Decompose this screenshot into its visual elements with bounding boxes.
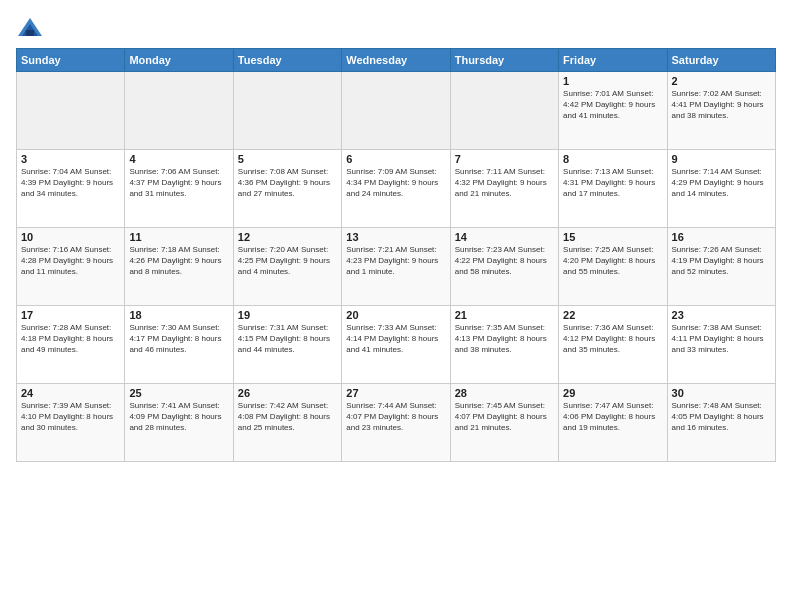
day-info: Sunrise: 7:06 AM Sunset: 4:37 PM Dayligh… bbox=[129, 167, 228, 199]
day-info: Sunrise: 7:18 AM Sunset: 4:26 PM Dayligh… bbox=[129, 245, 228, 277]
day-number: 22 bbox=[563, 309, 662, 321]
day-info: Sunrise: 7:28 AM Sunset: 4:18 PM Dayligh… bbox=[21, 323, 120, 355]
day-cell: 8Sunrise: 7:13 AM Sunset: 4:31 PM Daylig… bbox=[559, 150, 667, 228]
day-info: Sunrise: 7:48 AM Sunset: 4:05 PM Dayligh… bbox=[672, 401, 771, 433]
col-sunday: Sunday bbox=[17, 49, 125, 72]
week-row-5: 24Sunrise: 7:39 AM Sunset: 4:10 PM Dayli… bbox=[17, 384, 776, 462]
day-info: Sunrise: 7:30 AM Sunset: 4:17 PM Dayligh… bbox=[129, 323, 228, 355]
day-cell bbox=[233, 72, 341, 150]
day-number: 6 bbox=[346, 153, 445, 165]
calendar-body: 1Sunrise: 7:01 AM Sunset: 4:42 PM Daylig… bbox=[17, 72, 776, 462]
day-cell: 19Sunrise: 7:31 AM Sunset: 4:15 PM Dayli… bbox=[233, 306, 341, 384]
day-number: 1 bbox=[563, 75, 662, 87]
day-info: Sunrise: 7:39 AM Sunset: 4:10 PM Dayligh… bbox=[21, 401, 120, 433]
day-info: Sunrise: 7:23 AM Sunset: 4:22 PM Dayligh… bbox=[455, 245, 554, 277]
page: Sunday Monday Tuesday Wednesday Thursday… bbox=[0, 0, 792, 612]
day-info: Sunrise: 7:08 AM Sunset: 4:36 PM Dayligh… bbox=[238, 167, 337, 199]
header bbox=[16, 12, 776, 44]
day-info: Sunrise: 7:20 AM Sunset: 4:25 PM Dayligh… bbox=[238, 245, 337, 277]
day-number: 30 bbox=[672, 387, 771, 399]
day-number: 14 bbox=[455, 231, 554, 243]
day-number: 18 bbox=[129, 309, 228, 321]
day-cell: 16Sunrise: 7:26 AM Sunset: 4:19 PM Dayli… bbox=[667, 228, 775, 306]
day-number: 4 bbox=[129, 153, 228, 165]
week-row-1: 1Sunrise: 7:01 AM Sunset: 4:42 PM Daylig… bbox=[17, 72, 776, 150]
col-wednesday: Wednesday bbox=[342, 49, 450, 72]
day-cell: 9Sunrise: 7:14 AM Sunset: 4:29 PM Daylig… bbox=[667, 150, 775, 228]
col-friday: Friday bbox=[559, 49, 667, 72]
day-number: 9 bbox=[672, 153, 771, 165]
day-info: Sunrise: 7:31 AM Sunset: 4:15 PM Dayligh… bbox=[238, 323, 337, 355]
day-number: 12 bbox=[238, 231, 337, 243]
day-cell: 24Sunrise: 7:39 AM Sunset: 4:10 PM Dayli… bbox=[17, 384, 125, 462]
calendar-header: Sunday Monday Tuesday Wednesday Thursday… bbox=[17, 49, 776, 72]
day-number: 7 bbox=[455, 153, 554, 165]
day-number: 19 bbox=[238, 309, 337, 321]
day-info: Sunrise: 7:41 AM Sunset: 4:09 PM Dayligh… bbox=[129, 401, 228, 433]
day-cell: 12Sunrise: 7:20 AM Sunset: 4:25 PM Dayli… bbox=[233, 228, 341, 306]
day-number: 15 bbox=[563, 231, 662, 243]
day-info: Sunrise: 7:01 AM Sunset: 4:42 PM Dayligh… bbox=[563, 89, 662, 121]
day-info: Sunrise: 7:38 AM Sunset: 4:11 PM Dayligh… bbox=[672, 323, 771, 355]
day-cell: 4Sunrise: 7:06 AM Sunset: 4:37 PM Daylig… bbox=[125, 150, 233, 228]
day-cell: 26Sunrise: 7:42 AM Sunset: 4:08 PM Dayli… bbox=[233, 384, 341, 462]
day-number: 23 bbox=[672, 309, 771, 321]
day-number: 24 bbox=[21, 387, 120, 399]
day-cell bbox=[342, 72, 450, 150]
col-thursday: Thursday bbox=[450, 49, 558, 72]
day-number: 16 bbox=[672, 231, 771, 243]
day-cell bbox=[450, 72, 558, 150]
day-cell: 5Sunrise: 7:08 AM Sunset: 4:36 PM Daylig… bbox=[233, 150, 341, 228]
day-cell bbox=[17, 72, 125, 150]
day-cell: 21Sunrise: 7:35 AM Sunset: 4:13 PM Dayli… bbox=[450, 306, 558, 384]
day-cell: 10Sunrise: 7:16 AM Sunset: 4:28 PM Dayli… bbox=[17, 228, 125, 306]
day-info: Sunrise: 7:21 AM Sunset: 4:23 PM Dayligh… bbox=[346, 245, 445, 277]
week-row-3: 10Sunrise: 7:16 AM Sunset: 4:28 PM Dayli… bbox=[17, 228, 776, 306]
day-number: 2 bbox=[672, 75, 771, 87]
day-cell: 25Sunrise: 7:41 AM Sunset: 4:09 PM Dayli… bbox=[125, 384, 233, 462]
col-saturday: Saturday bbox=[667, 49, 775, 72]
day-cell: 20Sunrise: 7:33 AM Sunset: 4:14 PM Dayli… bbox=[342, 306, 450, 384]
day-number: 20 bbox=[346, 309, 445, 321]
week-row-2: 3Sunrise: 7:04 AM Sunset: 4:39 PM Daylig… bbox=[17, 150, 776, 228]
day-cell: 27Sunrise: 7:44 AM Sunset: 4:07 PM Dayli… bbox=[342, 384, 450, 462]
day-info: Sunrise: 7:47 AM Sunset: 4:06 PM Dayligh… bbox=[563, 401, 662, 433]
col-monday: Monday bbox=[125, 49, 233, 72]
day-number: 29 bbox=[563, 387, 662, 399]
day-cell: 1Sunrise: 7:01 AM Sunset: 4:42 PM Daylig… bbox=[559, 72, 667, 150]
day-cell: 18Sunrise: 7:30 AM Sunset: 4:17 PM Dayli… bbox=[125, 306, 233, 384]
day-number: 28 bbox=[455, 387, 554, 399]
day-info: Sunrise: 7:35 AM Sunset: 4:13 PM Dayligh… bbox=[455, 323, 554, 355]
day-number: 11 bbox=[129, 231, 228, 243]
day-number: 13 bbox=[346, 231, 445, 243]
day-info: Sunrise: 7:26 AM Sunset: 4:19 PM Dayligh… bbox=[672, 245, 771, 277]
day-info: Sunrise: 7:33 AM Sunset: 4:14 PM Dayligh… bbox=[346, 323, 445, 355]
day-number: 8 bbox=[563, 153, 662, 165]
day-cell: 15Sunrise: 7:25 AM Sunset: 4:20 PM Dayli… bbox=[559, 228, 667, 306]
day-info: Sunrise: 7:16 AM Sunset: 4:28 PM Dayligh… bbox=[21, 245, 120, 277]
day-info: Sunrise: 7:36 AM Sunset: 4:12 PM Dayligh… bbox=[563, 323, 662, 355]
col-tuesday: Tuesday bbox=[233, 49, 341, 72]
day-info: Sunrise: 7:11 AM Sunset: 4:32 PM Dayligh… bbox=[455, 167, 554, 199]
week-row-4: 17Sunrise: 7:28 AM Sunset: 4:18 PM Dayli… bbox=[17, 306, 776, 384]
day-cell: 23Sunrise: 7:38 AM Sunset: 4:11 PM Dayli… bbox=[667, 306, 775, 384]
day-info: Sunrise: 7:13 AM Sunset: 4:31 PM Dayligh… bbox=[563, 167, 662, 199]
day-cell: 17Sunrise: 7:28 AM Sunset: 4:18 PM Dayli… bbox=[17, 306, 125, 384]
day-cell: 30Sunrise: 7:48 AM Sunset: 4:05 PM Dayli… bbox=[667, 384, 775, 462]
day-info: Sunrise: 7:44 AM Sunset: 4:07 PM Dayligh… bbox=[346, 401, 445, 433]
day-number: 17 bbox=[21, 309, 120, 321]
logo-icon bbox=[16, 16, 44, 44]
day-cell: 29Sunrise: 7:47 AM Sunset: 4:06 PM Dayli… bbox=[559, 384, 667, 462]
day-cell: 13Sunrise: 7:21 AM Sunset: 4:23 PM Dayli… bbox=[342, 228, 450, 306]
day-cell: 11Sunrise: 7:18 AM Sunset: 4:26 PM Dayli… bbox=[125, 228, 233, 306]
day-number: 26 bbox=[238, 387, 337, 399]
day-number: 25 bbox=[129, 387, 228, 399]
day-cell: 14Sunrise: 7:23 AM Sunset: 4:22 PM Dayli… bbox=[450, 228, 558, 306]
day-cell: 2Sunrise: 7:02 AM Sunset: 4:41 PM Daylig… bbox=[667, 72, 775, 150]
logo bbox=[16, 16, 48, 44]
day-info: Sunrise: 7:02 AM Sunset: 4:41 PM Dayligh… bbox=[672, 89, 771, 121]
header-row: Sunday Monday Tuesday Wednesday Thursday… bbox=[17, 49, 776, 72]
day-info: Sunrise: 7:14 AM Sunset: 4:29 PM Dayligh… bbox=[672, 167, 771, 199]
day-cell: 6Sunrise: 7:09 AM Sunset: 4:34 PM Daylig… bbox=[342, 150, 450, 228]
day-number: 5 bbox=[238, 153, 337, 165]
